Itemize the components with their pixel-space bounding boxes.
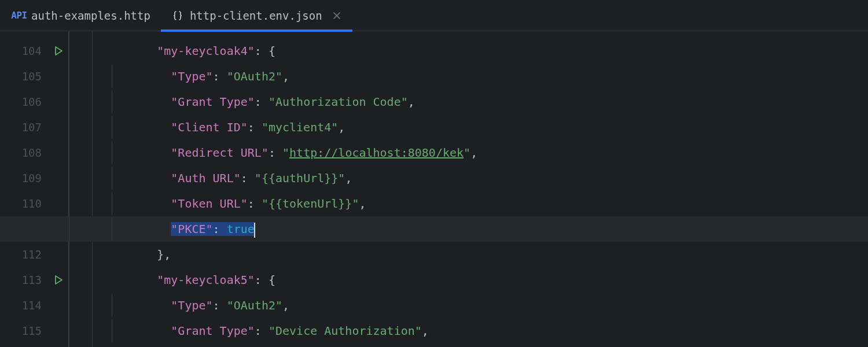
tab-http-client-env[interactable]: http-client.env.json bbox=[161, 0, 352, 31]
gutter: 104 105 106 107 108 109 110 111 112 113 … bbox=[0, 31, 69, 347]
json-key: "Auth URL" bbox=[171, 171, 240, 185]
line-number: 109 bbox=[0, 165, 49, 191]
json-key: "my-keycloak4" bbox=[157, 44, 255, 58]
json-string: "myclient4" bbox=[262, 120, 338, 134]
json-key: "Type" bbox=[171, 69, 212, 83]
url-link[interactable]: http://localhost:8080/kek bbox=[289, 146, 464, 160]
json-string: " bbox=[464, 146, 470, 160]
json-string: "Authorization Code" bbox=[269, 95, 408, 109]
json-key: "Grant Type" bbox=[171, 324, 255, 338]
json-file-icon bbox=[171, 10, 184, 21]
run-gutter-icon[interactable] bbox=[49, 267, 68, 293]
tab-label: auth-examples.http bbox=[31, 9, 150, 22]
line-number: 104 bbox=[0, 38, 49, 64]
folding-gutter bbox=[69, 31, 92, 347]
json-string: "{{authUrl}}" bbox=[255, 171, 345, 185]
run-gutter-icon[interactable] bbox=[49, 38, 68, 64]
json-string: " bbox=[282, 146, 289, 160]
line-number: 115 bbox=[0, 318, 49, 344]
close-icon[interactable] bbox=[332, 10, 342, 21]
line-number: 113 bbox=[0, 267, 49, 293]
line-number: 108 bbox=[0, 140, 49, 165]
json-key: "Grant Type" bbox=[171, 95, 255, 109]
line-number: 112 bbox=[0, 242, 49, 267]
json-string: "Device Authorization" bbox=[269, 324, 422, 338]
json-boolean: true bbox=[227, 222, 255, 236]
text-caret bbox=[254, 223, 255, 238]
tab-label: http-client.env.json bbox=[190, 9, 322, 22]
line-number: 114 bbox=[0, 293, 49, 318]
gutter-icon-column bbox=[49, 38, 68, 347]
api-file-icon: API bbox=[13, 10, 25, 21]
editor-area: 104 105 106 107 108 109 110 111 112 113 … bbox=[0, 31, 868, 347]
json-key: "PKCE" bbox=[171, 222, 212, 236]
json-key: "my-keycloak5" bbox=[157, 273, 255, 287]
line-number: 107 bbox=[0, 115, 49, 140]
line-number: 105 bbox=[0, 64, 49, 89]
tab-auth-examples[interactable]: API auth-examples.http bbox=[2, 0, 161, 31]
json-key: "Redirect URL" bbox=[171, 146, 269, 160]
line-number: 106 bbox=[0, 89, 49, 115]
json-string: "OAuth2" bbox=[227, 69, 282, 83]
line-number-column: 104 105 106 107 108 109 110 111 112 113 … bbox=[0, 38, 49, 347]
code-left-margin bbox=[92, 31, 112, 347]
json-key: "Token URL" bbox=[171, 197, 247, 211]
code-content[interactable]: "my-keycloak4": { "Type": "OAuth2", "Gra… bbox=[112, 31, 868, 347]
json-string: "{{tokenUrl}}" bbox=[262, 197, 359, 211]
json-key: "Type" bbox=[171, 298, 212, 312]
editor-tab-bar: API auth-examples.http http-client.env.j… bbox=[0, 0, 868, 31]
line-number: 110 bbox=[0, 191, 49, 216]
json-key: "Client ID" bbox=[171, 120, 247, 134]
json-string: "OAuth2" bbox=[227, 298, 282, 312]
